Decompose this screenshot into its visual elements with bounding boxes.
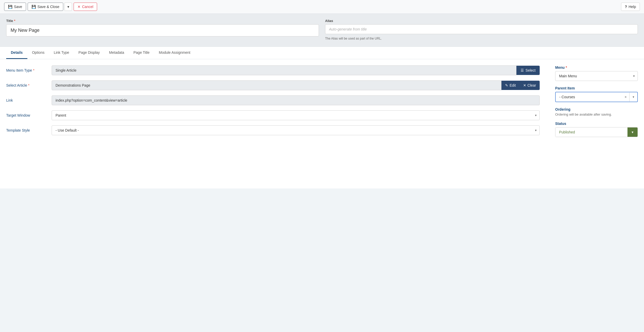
- link-value: index.php?option=com_content&view=articl…: [52, 95, 540, 105]
- parent-item-field: Parent Item - Courses × ▾: [555, 86, 638, 102]
- target-window-label: Target Window: [6, 113, 48, 117]
- tab-page-display[interactable]: Page Display: [74, 47, 105, 59]
- article-edit-button[interactable]: ✎ Edit: [501, 81, 519, 90]
- help-label: Help: [629, 5, 636, 9]
- save-dropdown-button[interactable]: ▾: [65, 3, 72, 11]
- menu-item-type-row: Menu Item Type * Single Article ☰ Select: [6, 65, 540, 75]
- parent-item-dropdown-button[interactable]: ▾: [629, 93, 637, 101]
- template-style-label: Template Style: [6, 128, 48, 132]
- ordering-section: Ordering Ordering will be available afte…: [555, 107, 638, 116]
- clear-label: Clear: [528, 83, 536, 87]
- save-close-icon: 💾: [32, 5, 36, 9]
- status-section: Status Published ▾: [555, 122, 638, 137]
- select-article-value: Demonstrations Page: [52, 80, 501, 90]
- status-control: Published ▾: [555, 127, 638, 137]
- cancel-button[interactable]: ✕ Cancel: [74, 3, 97, 11]
- select-article-control: Demonstrations Page ✎ Edit ✕ Clear: [52, 80, 540, 90]
- chevron-down-icon: ▾: [67, 5, 69, 9]
- help-button[interactable]: ? Help: [621, 3, 640, 11]
- sidebar-panel: Menu * Main Menu Top Menu Footer Menu ▾ …: [555, 65, 638, 182]
- title-label: Title *: [6, 19, 319, 23]
- tab-page-title[interactable]: Page Title: [129, 47, 154, 59]
- status-chevron-icon: ▾: [632, 130, 633, 134]
- menu-item-type-control: Single Article ☰ Select: [52, 65, 540, 75]
- select-label: Select: [525, 68, 536, 72]
- template-style-control: - Use Default - Beez3 Protostar ▾: [52, 125, 540, 135]
- tab-metadata[interactable]: Metadata: [104, 47, 129, 59]
- edit-icon: ✎: [505, 83, 508, 87]
- template-style-select[interactable]: - Use Default - Beez3 Protostar: [52, 125, 540, 135]
- target-window-select-wrapper: Parent New Window Same Window ▾: [52, 110, 540, 120]
- save-icon: 💾: [8, 5, 12, 9]
- menu-item-type-select-button[interactable]: ☰ Select: [516, 66, 540, 75]
- help-icon: ?: [625, 5, 627, 9]
- main-panel: Menu Item Type * Single Article ☰ Select…: [6, 65, 555, 182]
- menu-select[interactable]: Main Menu Top Menu Footer Menu: [555, 71, 638, 81]
- parent-item-label: Parent Item: [555, 86, 638, 90]
- cancel-icon: ✕: [77, 5, 81, 9]
- tab-options[interactable]: Options: [27, 47, 49, 59]
- toolbar: 💾 Save 💾 Save & Close ▾ ✕ Cancel ? Help: [0, 0, 644, 14]
- content-area: Menu Item Type * Single Article ☰ Select…: [0, 59, 644, 188]
- parent-item-control: - Courses × ▾: [555, 92, 638, 102]
- menu-field: Menu * Main Menu Top Menu Footer Menu ▾: [555, 65, 638, 81]
- menu-sidebar-label: Menu *: [555, 65, 638, 70]
- alias-label: Alias: [325, 19, 638, 23]
- tabs: Details Options Link Type Page Display M…: [6, 47, 638, 59]
- menu-item-type-label: Menu Item Type *: [6, 68, 48, 72]
- cancel-label: Cancel: [82, 5, 93, 9]
- form-header: Title * Alias The Alias will be used as …: [0, 14, 644, 47]
- ordering-title: Ordering: [555, 107, 638, 111]
- menu-select-wrapper: Main Menu Top Menu Footer Menu ▾: [555, 71, 638, 81]
- menu-item-type-value: Single Article: [52, 65, 516, 75]
- select-article-row: Select Article * Demonstrations Page ✎ E…: [6, 80, 540, 90]
- alias-input[interactable]: [325, 24, 638, 34]
- alias-hint: The Alias will be used as part of the UR…: [325, 37, 638, 40]
- ordering-hint: Ordering will be available after saving.: [555, 112, 638, 116]
- title-required: *: [14, 19, 15, 23]
- save-label: Save: [14, 5, 22, 9]
- template-style-select-wrapper: - Use Default - Beez3 Protostar ▾: [52, 125, 540, 135]
- link-label: Link: [6, 98, 48, 102]
- target-window-control: Parent New Window Same Window ▾: [52, 110, 540, 120]
- save-close-button[interactable]: 💾 Save & Close: [28, 3, 63, 11]
- save-close-label: Save & Close: [37, 5, 59, 9]
- status-dropdown-button[interactable]: ▾: [627, 127, 638, 137]
- link-row: Link index.php?option=com_content&view=a…: [6, 95, 540, 105]
- link-control: index.php?option=com_content&view=articl…: [52, 95, 540, 105]
- tab-details[interactable]: Details: [6, 47, 27, 59]
- parent-item-clear-button[interactable]: ×: [622, 92, 629, 102]
- tabs-container: Details Options Link Type Page Display M…: [0, 47, 644, 59]
- toolbar-left: 💾 Save 💾 Save & Close ▾ ✕ Cancel: [4, 3, 97, 11]
- edit-label: Edit: [509, 83, 516, 87]
- target-window-select[interactable]: Parent New Window Same Window: [52, 110, 540, 120]
- select-article-label: Select Article *: [6, 83, 48, 87]
- list-icon: ☰: [521, 68, 524, 72]
- target-window-row: Target Window Parent New Window Same Win…: [6, 110, 540, 120]
- status-value: Published: [555, 127, 627, 137]
- title-input[interactable]: [6, 24, 319, 36]
- article-clear-button[interactable]: ✕ Clear: [520, 81, 540, 90]
- tab-module-assignment[interactable]: Module Assignment: [154, 47, 195, 59]
- template-style-row: Template Style - Use Default - Beez3 Pro…: [6, 125, 540, 135]
- parent-item-value: - Courses: [556, 92, 622, 102]
- x-icon: ✕: [523, 83, 526, 87]
- status-label: Status: [555, 122, 638, 126]
- save-button[interactable]: 💾 Save: [4, 3, 26, 11]
- tab-link-type[interactable]: Link Type: [49, 47, 74, 59]
